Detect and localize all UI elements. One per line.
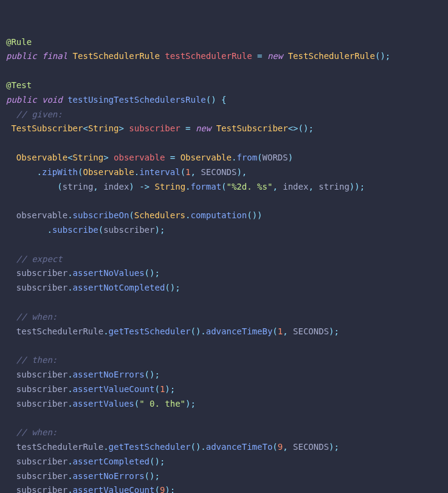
comment-then: // then: — [16, 355, 57, 365]
lambda-param-index: index — [103, 182, 129, 191]
var-testschedulerrule: testSchedulerRule — [165, 51, 252, 61]
type-testschedulerrule: TestSchedulerRule — [73, 51, 160, 61]
type-observable: Observable — [16, 153, 67, 162]
comment-expect: // expect — [16, 254, 63, 264]
call-assertcompleted: assertCompleted — [73, 457, 150, 466]
kw-final: final — [42, 51, 67, 61]
num-1: 1 — [185, 167, 190, 177]
code-block: @Rule public final TestSchedulerRule tes… — [6, 35, 442, 493]
num-9: 9 — [278, 442, 283, 452]
var-observable: observable — [114, 153, 165, 162]
annotation-test: @Test — [6, 80, 32, 90]
method-name: testUsingTestSchedulersRule — [67, 95, 206, 105]
str-format: "%2d. %s" — [227, 182, 273, 191]
kw-public: public — [6, 51, 37, 61]
str-0the: " 0. the" — [139, 399, 185, 409]
lambda-param-string: string — [63, 182, 94, 191]
call-zipwith: zipWith — [42, 167, 78, 177]
call-subscribeon: subscribeOn — [73, 210, 129, 220]
call-gettestscheduler: getTestScheduler — [109, 326, 191, 336]
kw-new: new — [267, 51, 283, 61]
call-assertnoerrors: assertNoErrors — [73, 370, 145, 379]
const-seconds: SECONDS — [201, 167, 236, 177]
call-assertvalues: assertValues — [73, 399, 134, 409]
type-schedulers: Schedulers — [134, 210, 185, 220]
var-subscriber: subscriber — [129, 123, 180, 133]
comment-given: // given: — [16, 109, 63, 119]
type-testsubscriber: TestSubscriber — [11, 123, 83, 133]
call-computation: computation — [190, 210, 247, 220]
call-advancetimeto: advanceTimeTo — [206, 442, 273, 452]
call-format: format — [191, 182, 222, 191]
kw-void: void — [42, 95, 63, 105]
call-advancetimeby: advanceTimeBy — [206, 326, 273, 336]
call-interval: interval — [139, 167, 180, 177]
call-assertnotcompleted: assertNotCompleted — [73, 283, 165, 292]
call-from: from — [236, 153, 257, 162]
call-subscribe: subscribe — [52, 225, 98, 235]
call-assertnovalues: assertNoValues — [73, 268, 145, 278]
annotation-rule: @Rule — [6, 37, 32, 47]
call-assertvaluecount: assertValueCount — [73, 384, 155, 394]
const-words: WORDS — [263, 153, 288, 162]
comment-when: // when: — [16, 312, 57, 322]
